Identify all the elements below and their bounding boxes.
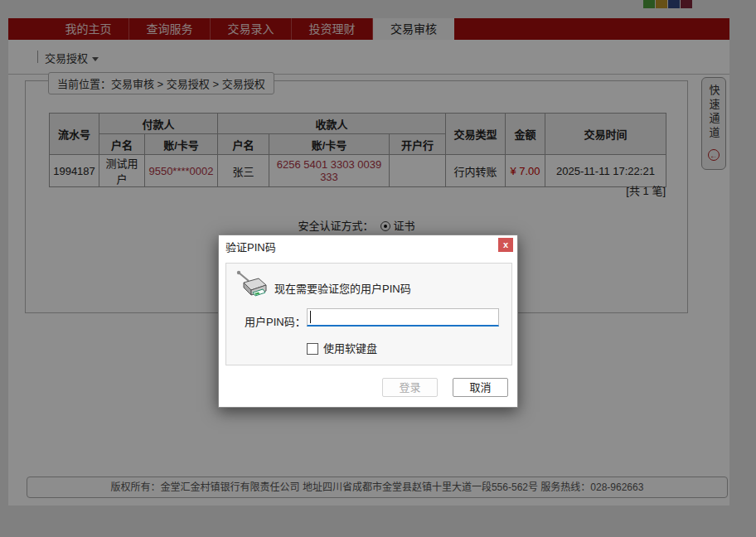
- card-reader-icon: [236, 270, 268, 300]
- pin-label: 用户PIN码：: [245, 313, 306, 329]
- close-icon[interactable]: x: [498, 238, 513, 252]
- dialog-title: 验证PIN码: [225, 239, 276, 254]
- cancel-button[interactable]: 取消: [453, 378, 508, 397]
- soft-keyboard-label: 使用软键盘: [323, 342, 377, 355]
- pin-dialog: 验证PIN码 x 现在需要验证您的用户PIN码 用户PIN码： 使用软键盘 登录…: [218, 235, 518, 408]
- text-cursor: [310, 311, 311, 323]
- login-button[interactable]: 登录: [382, 378, 438, 397]
- pin-input[interactable]: [307, 308, 499, 327]
- dialog-body: 现在需要验证您的用户PIN码 用户PIN码： 使用软键盘: [225, 263, 512, 365]
- soft-keyboard-option[interactable]: 使用软键盘: [307, 340, 377, 356]
- checkbox-icon[interactable]: [307, 343, 318, 355]
- screen: 我的主页 查询服务 交易录入 投资理财 交易审核 交易授权 当前位置：交易审核 …: [0, 0, 756, 537]
- dialog-message: 现在需要验证您的用户PIN码: [274, 280, 411, 296]
